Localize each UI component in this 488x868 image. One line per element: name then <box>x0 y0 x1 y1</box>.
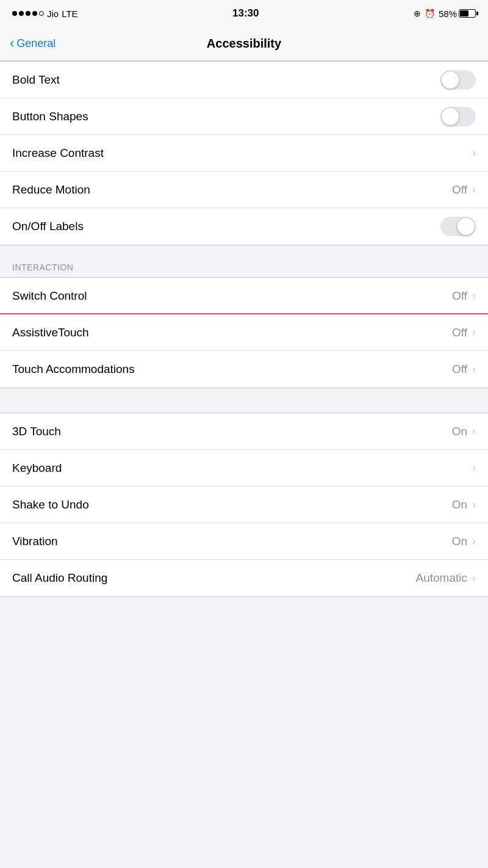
bold-text-row[interactable]: Bold Text <box>0 62 488 98</box>
3d-touch-chevron-icon: › <box>472 425 476 438</box>
reduce-motion-chevron-icon: › <box>472 183 476 196</box>
status-left: Jio LTE <box>12 9 78 19</box>
display-section: Bold Text Button Shapes Increase Contras… <box>0 61 488 245</box>
call-audio-routing-row[interactable]: Call Audio Routing Automatic › <box>0 560 488 596</box>
battery-percentage: 58% <box>439 9 457 19</box>
keyboard-row[interactable]: Keyboard › <box>0 450 488 486</box>
call-audio-routing-value: Automatic <box>416 571 467 585</box>
shake-to-undo-row[interactable]: Shake to Undo On › <box>0 486 488 523</box>
signal-dot-1 <box>12 11 17 16</box>
bold-text-label: Bold Text <box>12 73 60 87</box>
button-shapes-toggle[interactable] <box>440 107 476 126</box>
switch-control-label: Switch Control <box>12 289 87 303</box>
touch-accommodations-chevron-icon: › <box>472 363 476 376</box>
status-bar: Jio LTE 13:30 ⊕ ⏰ 58% <box>0 0 488 27</box>
section-gap <box>0 388 488 413</box>
battery-fill <box>460 10 468 16</box>
alarm-icon: ⏰ <box>425 9 435 18</box>
call-audio-routing-label: Call Audio Routing <box>12 571 107 585</box>
button-shapes-row[interactable]: Button Shapes <box>0 98 488 135</box>
call-audio-routing-right: Automatic › <box>416 571 476 585</box>
signal-dot-3 <box>26 11 30 16</box>
assistive-touch-chevron-icon: › <box>472 326 476 339</box>
button-shapes-label: Button Shapes <box>12 110 88 123</box>
battery-icon <box>459 9 476 18</box>
switch-control-value: Off <box>452 289 467 303</box>
signal-dot-4 <box>32 11 37 16</box>
increase-contrast-control: › <box>472 146 476 159</box>
switch-control-chevron-icon: › <box>472 289 476 302</box>
vibration-right: On › <box>452 535 476 548</box>
shake-to-undo-value: On <box>452 498 467 512</box>
bold-text-control <box>440 70 476 90</box>
lock-icon: ⊕ <box>414 9 421 18</box>
reduce-motion-control: Off › <box>452 183 476 197</box>
vibration-label: Vibration <box>12 535 58 548</box>
back-label: General <box>16 37 56 50</box>
onoff-labels-toggle[interactable] <box>440 217 476 236</box>
touch-accommodations-value: Off <box>452 363 467 376</box>
misc-section: 3D Touch On › Keyboard › Shake to Undo O… <box>0 413 488 597</box>
back-button[interactable]: ‹ General <box>10 37 56 50</box>
keyboard-chevron-icon: › <box>472 461 476 474</box>
bold-text-toggle[interactable] <box>440 70 476 90</box>
network-type: LTE <box>62 9 77 19</box>
shake-to-undo-chevron-icon: › <box>472 498 476 511</box>
button-shapes-toggle-thumb <box>442 108 459 125</box>
onoff-labels-control <box>440 217 476 236</box>
increase-contrast-chevron-icon: › <box>472 146 476 159</box>
signal-dot-2 <box>19 11 24 16</box>
touch-accommodations-row[interactable]: Touch Accommodations Off › <box>0 351 488 388</box>
status-right: ⊕ ⏰ 58% <box>414 9 476 19</box>
shake-to-undo-right: On › <box>452 498 476 512</box>
onoff-labels-row[interactable]: On/Off Labels <box>0 208 488 245</box>
signal-dot-5 <box>39 11 44 16</box>
3d-touch-row[interactable]: 3D Touch On › <box>0 413 488 450</box>
settings-content: Bold Text Button Shapes Increase Contras… <box>0 61 488 597</box>
reduce-motion-value: Off <box>452 183 467 197</box>
vibration-value: On <box>452 535 467 548</box>
vibration-chevron-icon: › <box>472 535 476 548</box>
3d-touch-value: On <box>452 425 467 438</box>
switch-control-right: Off › <box>452 289 476 303</box>
reduce-motion-label: Reduce Motion <box>12 183 90 197</box>
back-chevron-icon: ‹ <box>10 37 14 50</box>
onoff-labels-label: On/Off Labels <box>12 220 84 233</box>
shake-to-undo-label: Shake to Undo <box>12 498 89 512</box>
page-title: Accessibility <box>207 37 281 51</box>
assistive-touch-value: Off <box>452 326 467 339</box>
touch-accommodations-label: Touch Accommodations <box>12 363 135 376</box>
battery-container: 58% <box>439 9 476 19</box>
assistive-touch-label: AssistiveTouch <box>12 326 89 339</box>
vibration-row[interactable]: Vibration On › <box>0 523 488 560</box>
interaction-header-label: INTERACTION <box>12 262 73 272</box>
onoff-labels-toggle-thumb <box>458 218 475 235</box>
touch-accommodations-right: Off › <box>452 363 476 376</box>
keyboard-label: Keyboard <box>12 461 62 475</box>
reduce-motion-row[interactable]: Reduce Motion Off › <box>0 172 488 208</box>
assistive-touch-right: Off › <box>452 326 476 339</box>
bold-text-toggle-thumb <box>442 71 459 89</box>
call-audio-routing-chevron-icon: › <box>472 572 476 585</box>
increase-contrast-row[interactable]: Increase Contrast › <box>0 135 488 172</box>
status-time: 13:30 <box>232 7 259 20</box>
assistive-touch-row[interactable]: AssistiveTouch Off › <box>0 314 488 351</box>
keyboard-right: › <box>472 461 476 474</box>
3d-touch-label: 3D Touch <box>12 425 61 438</box>
interaction-section: Switch Control Off › AssistiveTouch Off … <box>0 277 488 388</box>
signal-dots <box>12 11 44 16</box>
nav-header: ‹ General Accessibility <box>0 27 488 61</box>
3d-touch-right: On › <box>452 425 476 438</box>
switch-control-row[interactable]: Switch Control Off › <box>0 278 488 314</box>
increase-contrast-label: Increase Contrast <box>12 146 104 160</box>
carrier-name: Jio <box>47 9 59 19</box>
button-shapes-control <box>440 107 476 126</box>
interaction-section-header: INTERACTION <box>0 245 488 277</box>
